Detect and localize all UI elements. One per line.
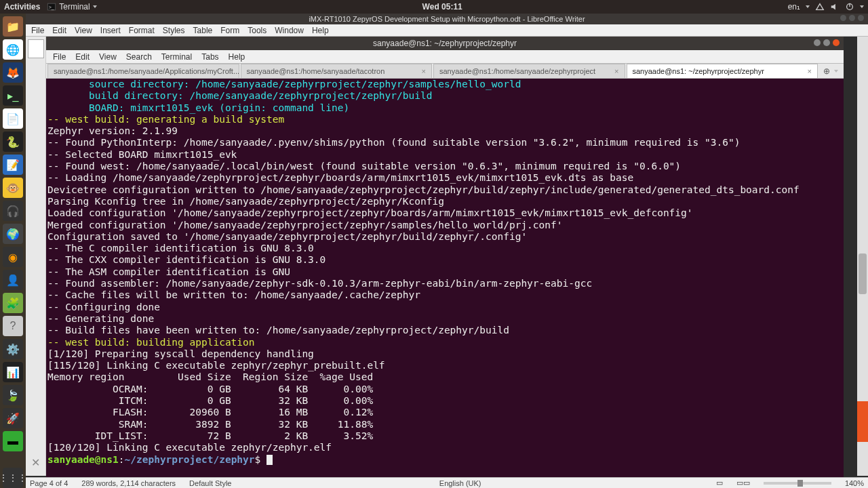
terminal-output-line: OCRAM: 0 GB 64 KB 0.00% — [47, 384, 842, 395]
launcher-help-icon[interactable]: ? — [3, 316, 23, 336]
terminal-output-line: Zephyr version: 2.1.99 — [47, 125, 842, 137]
launcher-user-icon[interactable]: 👤 — [3, 270, 23, 290]
terminal-output-line: -- west build: building application — [47, 337, 842, 348]
lo-menu-insert[interactable]: Insert — [100, 26, 121, 35]
tab-close-icon[interactable]: × — [808, 67, 812, 75]
terminal-prompt-line[interactable]: sanyaade@ns1:~/zephyrproject/zephyr$ — [47, 454, 842, 466]
libreoffice-left-gutter: ✕ — [26, 37, 46, 476]
launcher-writer-icon[interactable]: 📝 — [3, 155, 23, 175]
scrollbar-thumb[interactable] — [859, 253, 867, 294]
terminal-output-line: -- Found west: /home/sanyaade/.local/bin… — [47, 161, 842, 172]
lo-menu-form[interactable]: Form — [220, 26, 239, 35]
term-menu-tabs[interactable]: Tabs — [201, 52, 218, 62]
term-menu-view[interactable]: View — [99, 52, 117, 62]
lo-close-icon[interactable] — [858, 15, 864, 21]
launcher-headphones-icon[interactable]: 🎧 — [3, 201, 23, 221]
terminal-output-line: source directory: /home/sanyaade/zephyrp… — [47, 79, 842, 90]
volume-icon[interactable] — [830, 2, 840, 12]
input-source-indicator[interactable]: en₁ — [788, 2, 800, 12]
terminal-output-line: -- Configuring done — [47, 302, 842, 313]
terminal-output-line: IDT_LIST: 72 B 2 KB 3.52% — [47, 430, 842, 442]
launcher-bars-icon[interactable]: 📊 — [3, 362, 23, 382]
status-view-mode-icon[interactable]: ▭ — [716, 479, 723, 487]
terminal-output-line: Loaded configuration '/home/sanyaade/zep… — [47, 207, 842, 219]
terminal-output-line: Merged configuration '/home/sanyaade/zep… — [47, 220, 842, 231]
tab-close-icon[interactable]: × — [614, 67, 618, 75]
term-menu-terminal[interactable]: Terminal — [161, 52, 192, 62]
lo-menu-table[interactable]: Table — [193, 26, 213, 35]
lo-menu-tools[interactable]: Tools — [248, 26, 267, 35]
close-sidebar-icon[interactable]: ✕ — [31, 456, 40, 469]
status-style[interactable]: Default Style — [189, 479, 231, 487]
lo-menu-format[interactable]: Format — [129, 26, 155, 35]
term-menu-file[interactable]: File — [53, 52, 66, 62]
status-word-count[interactable]: 289 words, 2,114 characters — [81, 479, 176, 487]
launcher-puzzle-icon[interactable]: 🧩 — [3, 293, 23, 313]
launcher-rocket-icon[interactable]: 🚀 — [3, 408, 23, 428]
chevron-down-icon — [806, 5, 810, 8]
top-clock[interactable]: Wed 05:11 — [97, 2, 788, 12]
zoom-slider[interactable] — [764, 482, 831, 485]
cursor — [267, 455, 273, 465]
launcher-python-icon[interactable]: 🐍 — [3, 131, 23, 152]
terminal-tab-2[interactable]: sanyaade@ns1:/home/sanyaade/zephyrprojec… — [433, 64, 625, 78]
launcher-chip-icon[interactable]: ▬ — [3, 431, 23, 451]
terminal-output-line: -- Found assembler: /home/sanyaade/zephy… — [47, 278, 842, 289]
launcher-monkey-icon[interactable]: 🐵 — [3, 178, 23, 198]
launcher-chrome-icon[interactable]: 🌐 — [3, 39, 23, 60]
terminal-output-line: Configuration saved to '/home/sanyaade/z… — [47, 231, 842, 243]
power-icon[interactable] — [845, 2, 854, 12]
lo-menu-edit[interactable]: Edit — [52, 26, 66, 35]
close-icon[interactable] — [833, 39, 840, 46]
launcher-apps-icon[interactable]: ⋮⋮⋮ — [3, 468, 23, 488]
terminal-output-line: -- Cache files will be written to: /home… — [47, 289, 842, 301]
launcher-blender-icon[interactable]: ◉ — [3, 247, 23, 267]
gnome-top-bar: Activities >_ Terminal Wed 05:11 en₁ — [0, 0, 868, 14]
activities-button[interactable]: Activities — [4, 2, 40, 12]
terminal-tab-3[interactable]: sanyaade@ns1: ~/zephyrproject/zephyr× — [627, 64, 818, 78]
terminal-output-line: BOARD: mimxrt1015_evk (origin: command l… — [47, 102, 842, 114]
lo-minimize-icon[interactable] — [840, 15, 846, 21]
tab-menu-icon[interactable] — [834, 70, 838, 73]
tab-close-icon[interactable]: × — [422, 67, 426, 75]
status-book-view-icon[interactable]: ▭▭ — [736, 479, 750, 487]
lo-menu-window[interactable]: Window — [275, 26, 304, 35]
terminal-body[interactable]: source directory: /home/sanyaade/zephyrp… — [46, 79, 844, 477]
network-icon[interactable] — [815, 2, 825, 12]
launcher-globe-icon[interactable]: 🌍 — [3, 224, 23, 244]
prompt-path: ~/zephyrproject/zephyr — [125, 454, 255, 465]
terminal-tab-label: sanyaade@ns1:/home/sanyaade/zephyrprojec… — [439, 67, 595, 75]
term-menu-edit[interactable]: Edit — [75, 52, 90, 62]
launcher-text-editor-icon[interactable]: 📄 — [3, 108, 23, 129]
libreoffice-status-bar: Page 4 of 4 289 words, 2,114 characters … — [26, 477, 868, 488]
launcher-gear-icon[interactable]: ⚙️ — [3, 339, 23, 359]
lo-menu-help[interactable]: Help — [312, 26, 329, 35]
terminal-tab-label: sanyaade@ns1: ~/zephyrproject/zephyr — [633, 67, 764, 75]
top-app-label: Terminal — [59, 2, 90, 12]
terminal-tab-0[interactable]: sanyaade@ns1:/home/sanyaade/Applications… — [47, 64, 239, 78]
top-app-menu[interactable]: >_ Terminal — [47, 2, 96, 12]
terminal-tab-1[interactable]: sanyaade@ns1:/home/sanyaade/tacotron× — [241, 64, 433, 78]
terminal-window: sanyaade@ns1: ~/zephyrproject/zephyr Fil… — [46, 37, 844, 477]
terminal-output-line: -- Selected BOARD mimxrt1015_evk — [47, 149, 842, 161]
lo-maximize-icon[interactable] — [849, 15, 855, 21]
status-language[interactable]: English (UK) — [439, 479, 481, 487]
term-menu-help[interactable]: Help — [229, 52, 245, 62]
new-tab-icon[interactable]: ⊕ — [823, 66, 830, 76]
minimize-icon[interactable] — [814, 39, 821, 46]
terminal-tab-label: sanyaade@ns1:/home/sanyaade/Applications… — [54, 67, 239, 75]
terminal-output-line: -- Build files have been written to: /ho… — [47, 325, 842, 336]
terminal-output-line: [1/120] Preparing syscall dependency han… — [47, 348, 842, 360]
lo-menu-styles[interactable]: Styles — [163, 26, 185, 35]
term-menu-search[interactable]: Search — [126, 52, 152, 62]
launcher-files-icon[interactable]: 📁 — [3, 16, 23, 37]
lo-menu-view[interactable]: View — [75, 26, 92, 35]
terminal-output-line: [115/120] Linking C executable zephyr/ze… — [47, 360, 842, 371]
status-zoom[interactable]: 140% — [845, 479, 864, 487]
maximize-icon[interactable] — [823, 39, 830, 46]
launcher-terminal-icon[interactable]: ▸_ — [3, 85, 23, 106]
launcher-leaf-icon[interactable]: 🍃 — [3, 385, 23, 405]
lo-menu-file[interactable]: File — [31, 26, 44, 35]
launcher-firefox-icon[interactable]: 🦊 — [3, 62, 23, 83]
chevron-down-icon — [860, 5, 864, 8]
